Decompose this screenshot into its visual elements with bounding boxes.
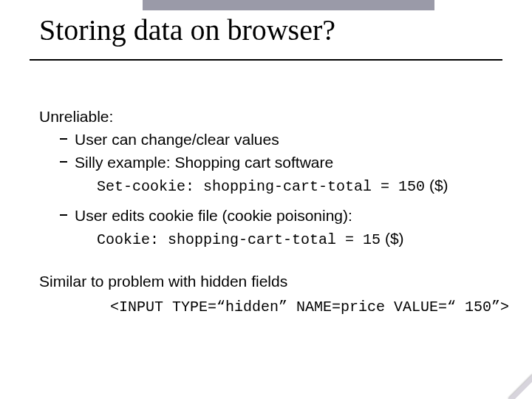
- code-1-text: Set-cookie: shopping-cart-total = 150: [97, 178, 425, 195]
- dollar-2: ($): [381, 230, 404, 247]
- bullet-2: Silly example: Shopping cart software: [39, 153, 516, 173]
- bullet-2-text: Silly example: Shopping cart software: [75, 154, 333, 171]
- intro-line: Unreliable:: [39, 107, 516, 127]
- page-curl-icon: [498, 365, 532, 399]
- bullet-1: User can change/clear values: [39, 130, 516, 150]
- code-3-text: <INPUT TYPE=“hidden” NAME=price VALUE=“ …: [110, 299, 509, 316]
- code-line-3: <INPUT TYPE=“hidden” NAME=price VALUE=“ …: [39, 296, 516, 317]
- dash-icon: [60, 138, 67, 140]
- code-line-2: Cookie: shopping-cart-total = 15 ($): [39, 229, 516, 250]
- bullet-3: User edits cookie file (cookie poisoning…: [39, 206, 516, 226]
- dash-icon: [60, 161, 67, 163]
- slide-body: Unreliable: User can change/clear values…: [39, 107, 516, 316]
- code-2a-text: Cookie:: [97, 231, 159, 248]
- bullet-1-text: User can change/clear values: [75, 131, 279, 148]
- code-line-1: Set-cookie: shopping-cart-total = 150 ($…: [39, 176, 516, 197]
- dollar-1: ($): [425, 177, 449, 194]
- title-shadow-bar: [143, 0, 434, 10]
- closing-line: Similar to problem with hidden fields: [39, 272, 516, 292]
- slide-title: Storing data on browser?: [39, 15, 335, 46]
- bullet-3-text: User edits cookie file (cookie poisoning…: [75, 207, 352, 224]
- code-2b-text: shopping-cart-total = 15: [159, 231, 381, 248]
- slide: Storing data on browser? Unreliable: Use…: [0, 0, 532, 399]
- dash-icon: [60, 214, 67, 216]
- title-underline: [30, 59, 502, 61]
